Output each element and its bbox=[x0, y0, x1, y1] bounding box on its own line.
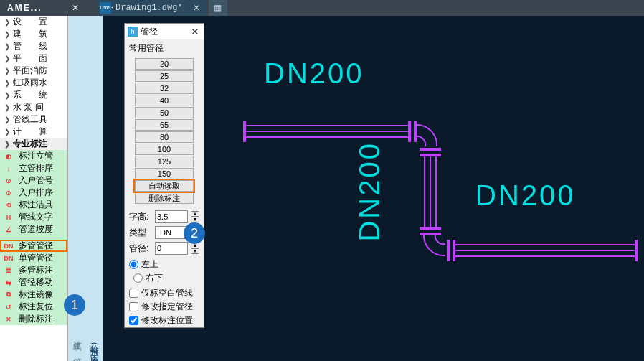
tool-label: 单管管径 bbox=[16, 252, 53, 264]
tree-label: 设 置 bbox=[10, 16, 47, 28]
tool-item[interactable]: ⇆管径移动 bbox=[0, 276, 67, 289]
tool-item[interactable]: ↓立管排序 bbox=[0, 162, 67, 174]
tool-item[interactable]: ≣多管标注 bbox=[0, 264, 67, 276]
tree-label: 专业标注 bbox=[10, 138, 47, 150]
check-option[interactable]: 修改指定管径 bbox=[129, 300, 199, 314]
tool-label: 标注复位 bbox=[16, 301, 53, 313]
text-height-label: 字高: bbox=[129, 211, 152, 223]
tool-item[interactable]: ⊙入户排序 bbox=[0, 187, 67, 199]
tree-item[interactable]: ❯建 筑 bbox=[0, 28, 67, 40]
tool-icon: ⧉ bbox=[3, 290, 14, 300]
tool-icon: ✕ bbox=[3, 314, 14, 324]
tree-item[interactable]: ❯虹吸雨水 bbox=[0, 77, 67, 89]
tool-label: 立管排序 bbox=[16, 162, 53, 174]
tool-sidebar: ❯设 置❯建 筑❯管 线❯平 面❯平面消防❯虹吸雨水❯系 统❯水 泵 间❯管线工… bbox=[0, 16, 68, 361]
tool-icon: ∠ bbox=[3, 225, 14, 235]
pipe-diameter-panel: h 管径 ✕ 常用管径 20253240506580100125150 自动读取… bbox=[124, 23, 204, 328]
chevron-right-icon: ❯ bbox=[4, 79, 10, 87]
side-tab[interactable]: 管道 bbox=[70, 344, 85, 361]
tool-icon: ↓ bbox=[3, 164, 14, 174]
tab-close-icon[interactable]: ✕ bbox=[187, 3, 206, 13]
new-tab-button[interactable]: ▦ bbox=[209, 0, 227, 16]
close-icon[interactable]: ✕ bbox=[68, 3, 82, 13]
text-height-up[interactable]: ▲ bbox=[191, 211, 199, 217]
tool-item[interactable]: DN单管管径 bbox=[0, 252, 67, 264]
text-height-down[interactable]: ▼ bbox=[191, 217, 199, 222]
tree-item[interactable]: ❯专业标注 bbox=[0, 138, 67, 150]
dn-value-button[interactable]: 80 bbox=[135, 131, 194, 143]
chevron-right-icon: ❯ bbox=[4, 116, 10, 123]
side-tab[interactable]: 建筑 bbox=[70, 327, 85, 344]
side-tab[interactable]: 给排水(室内) bbox=[87, 331, 102, 361]
tool-item[interactable]: DN多管管径 bbox=[0, 240, 67, 252]
tree-label: 平面消防 bbox=[10, 65, 47, 77]
dwg-file-icon: DWG bbox=[100, 2, 111, 14]
chevron-right-icon: ❯ bbox=[4, 128, 10, 136]
tree-item[interactable]: ❯平面消防 bbox=[0, 65, 67, 77]
tool-label: 多管标注 bbox=[16, 264, 53, 276]
tool-item[interactable]: ∠管道坡度 bbox=[0, 223, 67, 235]
chevron-right-icon: ❯ bbox=[4, 42, 10, 50]
dn-annotation-bottom: DN200 bbox=[475, 179, 576, 212]
panel-icon: h bbox=[128, 27, 138, 37]
tree-label: 虹吸雨水 bbox=[10, 77, 47, 89]
dn-value-button[interactable]: 20 bbox=[135, 58, 194, 70]
tool-item[interactable]: ⟲标注洁具 bbox=[0, 199, 67, 211]
tree-item[interactable]: ❯设 置 bbox=[0, 16, 67, 28]
text-height-input[interactable] bbox=[155, 210, 188, 223]
panel-close-icon[interactable]: ✕ bbox=[189, 26, 201, 37]
tool-label: 标注立管 bbox=[16, 150, 53, 162]
auto-read-button[interactable]: 自动读取 bbox=[135, 180, 194, 192]
dn-value-button[interactable]: 50 bbox=[135, 107, 194, 118]
dn-value-button[interactable]: 65 bbox=[135, 119, 194, 131]
pipe-segment bbox=[246, 125, 411, 138]
tool-icon: ⟲ bbox=[3, 200, 14, 210]
tool-item[interactable]: ↺标注复位 bbox=[0, 301, 67, 313]
tool-item[interactable]: H管线文字 bbox=[0, 211, 67, 223]
tree-item[interactable]: ❯系 统 bbox=[0, 89, 67, 101]
tool-item[interactable]: ⧉标注镜像 bbox=[0, 289, 67, 301]
tree-item[interactable]: ❯管线工具 bbox=[0, 113, 67, 126]
dn-value-button[interactable]: 125 bbox=[135, 156, 194, 167]
chevron-right-icon: ❯ bbox=[4, 55, 10, 62]
tool-icon: ↺ bbox=[3, 302, 14, 312]
tool-label: 标注洁具 bbox=[16, 199, 53, 211]
chevron-right-icon: ❯ bbox=[4, 91, 10, 99]
tree-label: 水 泵 间 bbox=[10, 101, 44, 113]
tree-item[interactable]: ❯计 算 bbox=[0, 126, 67, 138]
tool-icon: ⊙ bbox=[3, 188, 14, 198]
tool-label: 管径移动 bbox=[16, 276, 53, 289]
diameter-down[interactable]: ▼ bbox=[191, 248, 199, 254]
dn-value-button[interactable]: 150 bbox=[135, 168, 194, 179]
radio-top-left[interactable]: 左上 bbox=[129, 258, 199, 271]
dn-value-button[interactable]: 32 bbox=[135, 83, 194, 94]
tool-label: 管道坡度 bbox=[16, 223, 53, 235]
panel-title-text: 管径 bbox=[138, 26, 189, 38]
check-option[interactable]: 修改标注位置 bbox=[129, 314, 199, 327]
tool-icon: DN bbox=[3, 253, 14, 263]
document-tab[interactable]: DWG Drawing1.dwg* ✕ bbox=[97, 0, 206, 16]
dn-value-button[interactable]: 40 bbox=[135, 95, 194, 106]
pipe-segment bbox=[424, 156, 437, 228]
dn-value-button[interactable]: 100 bbox=[135, 144, 194, 155]
tree-label: 管 线 bbox=[10, 40, 47, 52]
chevron-right-icon: ❯ bbox=[4, 18, 10, 26]
tree-item[interactable]: ❯水 泵 间 bbox=[0, 101, 67, 113]
tool-item[interactable]: ⊙入户管号 bbox=[0, 174, 67, 187]
drawing-canvas[interactable]: h 管径 ✕ 常用管径 20253240506580100125150 自动读取… bbox=[103, 16, 644, 361]
tree-item[interactable]: ❯平 面 bbox=[0, 52, 67, 65]
tree-label: 管线工具 bbox=[10, 113, 47, 126]
diameter-input[interactable] bbox=[155, 242, 188, 255]
check-option[interactable]: 仅标空白管线 bbox=[129, 286, 199, 300]
chevron-right-icon: ❯ bbox=[4, 140, 10, 148]
chevron-right-icon: ❯ bbox=[4, 30, 10, 38]
panel-title-ame: AME... bbox=[0, 3, 68, 13]
dn-value-button[interactable]: 25 bbox=[135, 70, 194, 82]
tool-item[interactable]: ✕删除标注 bbox=[0, 313, 67, 325]
radio-bottom-right[interactable]: 右下 bbox=[133, 271, 199, 285]
tree-item[interactable]: ❯管 线 bbox=[0, 40, 67, 52]
vertical-strip-right: 给排水(室内) bbox=[85, 16, 103, 361]
delete-label-button[interactable]: 删除标注 bbox=[135, 192, 194, 204]
tool-label: 入户管号 bbox=[16, 174, 53, 187]
tool-item[interactable]: ◐标注立管 bbox=[0, 150, 67, 162]
